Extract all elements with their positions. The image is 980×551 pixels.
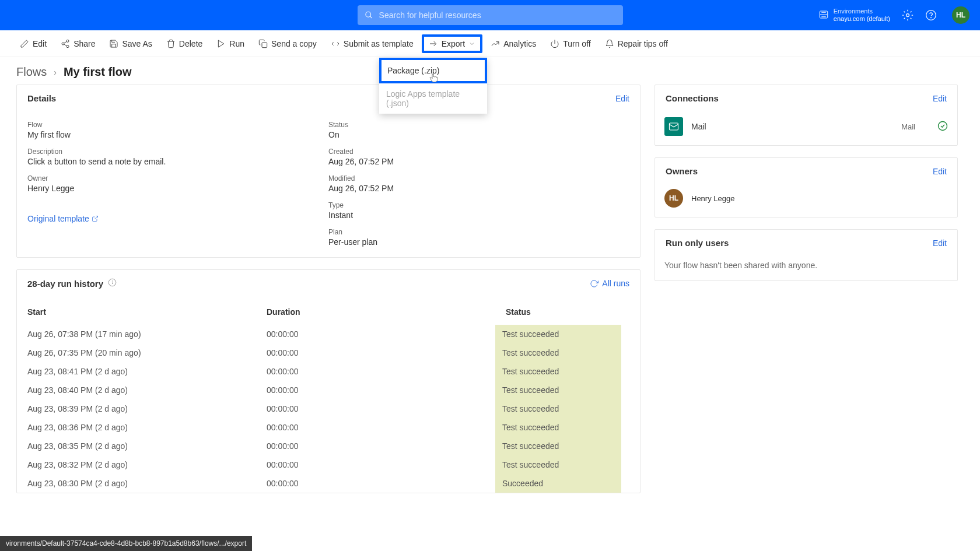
description-label: Description: [27, 148, 328, 156]
connections-header: Connections: [666, 93, 719, 103]
environment-icon: [818, 9, 829, 22]
modified-value: Aug 26, 07:52 PM: [328, 184, 629, 193]
description-value: Click a button to send a note by email.: [27, 157, 328, 166]
run-duration: 00:00:00: [256, 418, 495, 437]
flow-label: Flow: [27, 121, 328, 129]
user-avatar[interactable]: HL: [952, 6, 970, 24]
table-row[interactable]: Aug 23, 08:30 PM (2 d ago)00:00:00Succee…: [17, 474, 640, 493]
run-duration: 00:00:00: [256, 474, 495, 493]
status-label: Status: [328, 121, 629, 129]
run-only-message: Your flow hasn't been shared with anyone…: [655, 256, 957, 280]
run-duration: 00:00:00: [256, 455, 495, 474]
run-start: Aug 23, 08:35 PM (2 d ago): [17, 437, 256, 455]
run-start: Aug 26, 07:35 PM (20 min ago): [17, 343, 256, 362]
modified-label: Modified: [328, 174, 629, 183]
owners-edit-link[interactable]: Edit: [933, 167, 947, 176]
export-logic-apps-json[interactable]: Logic Apps template (.json): [379, 83, 487, 114]
run-start: Aug 26, 07:38 PM (17 min ago): [17, 325, 256, 343]
run-status: Test succeeded: [495, 455, 621, 474]
breadcrumb-root[interactable]: Flows: [16, 65, 47, 79]
table-row[interactable]: Aug 23, 08:40 PM (2 d ago)00:00:00Test s…: [17, 381, 640, 399]
browser-status-bar: vironments/Default-37574ca4-cde8-4d8b-bc…: [0, 536, 252, 551]
run-duration: 00:00:00: [256, 399, 495, 418]
export-icon: [429, 39, 438, 48]
col-start: Start: [17, 297, 256, 325]
run-history-header: 28-day run history: [27, 279, 103, 289]
settings-icon[interactable]: [902, 9, 914, 21]
svg-line-1: [370, 16, 372, 18]
svg-point-4: [926, 10, 936, 20]
run-status: Succeeded: [495, 474, 621, 493]
table-row[interactable]: Aug 26, 07:38 PM (17 min ago)00:00:00Tes…: [17, 325, 640, 343]
table-row[interactable]: Aug 23, 08:41 PM (2 d ago)00:00:00Test s…: [17, 362, 640, 381]
table-row[interactable]: Aug 23, 08:35 PM (2 d ago)00:00:00Test s…: [17, 437, 640, 455]
turn-off-button[interactable]: Turn off: [544, 36, 596, 52]
svg-point-3: [907, 14, 909, 17]
copy-icon: [258, 39, 268, 48]
owner-avatar: HL: [664, 189, 683, 208]
status-value: On: [328, 130, 629, 139]
environment-picker[interactable]: Environments enayu.com (default): [818, 8, 890, 23]
plan-label: Plan: [328, 228, 629, 236]
environment-name: enayu.com (default): [834, 15, 890, 23]
created-value: Aug 26, 07:52 PM: [328, 157, 629, 166]
table-row[interactable]: Aug 26, 07:35 PM (20 min ago)00:00:00Tes…: [17, 343, 640, 362]
power-icon: [550, 39, 559, 48]
type-label: Type: [328, 201, 629, 209]
col-duration: Duration: [256, 297, 495, 325]
col-status: Status: [495, 297, 640, 325]
original-template-link[interactable]: Original template: [27, 214, 99, 223]
send-copy-button[interactable]: Send a copy: [253, 36, 323, 52]
environment-label: Environments: [834, 8, 890, 15]
run-only-edit-link[interactable]: Edit: [933, 238, 947, 248]
run-duration: 00:00:00: [256, 362, 495, 381]
owner-value: Henry Legge: [27, 184, 328, 193]
edit-button[interactable]: Edit: [14, 36, 52, 52]
details-card: Details Edit Flow My first flow Descript…: [16, 85, 640, 258]
global-search[interactable]: [358, 5, 623, 25]
owner-item[interactable]: HL Henry Legge: [655, 184, 957, 217]
connection-item[interactable]: Mail Mail: [655, 111, 957, 145]
svg-point-7: [62, 43, 64, 45]
svg-marker-11: [219, 40, 224, 47]
chevron-down-icon: [468, 40, 475, 47]
delete-button[interactable]: Delete: [160, 36, 208, 52]
search-input[interactable]: [379, 10, 616, 20]
table-row[interactable]: Aug 23, 08:32 PM (2 d ago)00:00:00Test s…: [17, 455, 640, 474]
export-dropdown: Package (.zip) Logic Apps template (.jso…: [379, 58, 487, 114]
chart-icon: [491, 39, 500, 48]
run-history-table: Start Duration Status Aug 26, 07:38 PM (…: [17, 297, 640, 493]
run-duration: 00:00:00: [256, 381, 495, 399]
share-button[interactable]: Share: [55, 36, 101, 52]
run-only-header: Run only users: [666, 238, 729, 248]
check-icon: [937, 121, 948, 133]
submit-template-button[interactable]: Submit as template: [325, 36, 419, 52]
repair-tips-button[interactable]: Repair tips off: [599, 36, 674, 52]
command-bar: Edit Share Save As Delete Run Send a cop…: [0, 30, 980, 57]
bell-icon: [605, 39, 614, 48]
all-runs-link[interactable]: All runs: [590, 279, 629, 288]
run-start: Aug 23, 08:32 PM (2 d ago): [17, 455, 256, 474]
export-button[interactable]: Export: [422, 34, 482, 53]
owners-header: Owners: [666, 166, 698, 176]
table-row[interactable]: Aug 23, 08:39 PM (2 d ago)00:00:00Test s…: [17, 399, 640, 418]
run-button[interactable]: Run: [211, 36, 250, 52]
save-as-button[interactable]: Save As: [103, 36, 158, 52]
svg-line-9: [64, 41, 67, 43]
help-icon[interactable]: [925, 9, 937, 21]
table-row[interactable]: Aug 23, 08:36 PM (2 d ago)00:00:00Test s…: [17, 418, 640, 437]
svg-rect-16: [670, 123, 678, 130]
svg-point-17: [939, 121, 947, 130]
arrows-icon: [331, 39, 340, 48]
refresh-icon: [590, 279, 598, 288]
analytics-button[interactable]: Analytics: [485, 36, 542, 52]
info-icon[interactable]: [108, 278, 117, 289]
details-edit-link[interactable]: Edit: [615, 94, 629, 103]
run-status: Test succeeded: [495, 343, 621, 362]
svg-point-6: [66, 40, 69, 42]
owners-card: Owners Edit HL Henry Legge: [654, 157, 958, 217]
connections-edit-link[interactable]: Edit: [933, 94, 947, 103]
svg-point-15: [112, 281, 113, 282]
page-title: My first flow: [64, 65, 132, 79]
owner-name: Henry Legge: [691, 194, 734, 203]
